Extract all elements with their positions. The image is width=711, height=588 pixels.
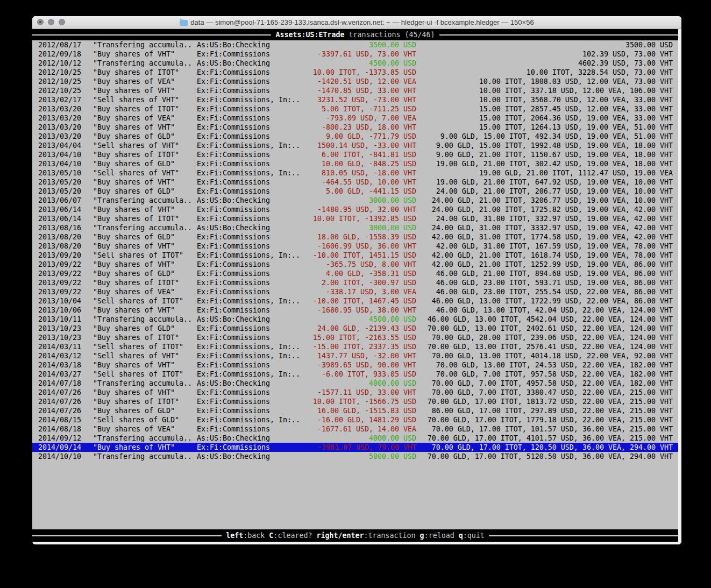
txn-balance: 24.00 GLD, 31.00 ITOT, 3332.97 USD, 19.0…: [416, 223, 678, 232]
table-row[interactable]: 2013/10/23 "Buy shares of ITOT" Ex:Fi:Co…: [32, 333, 678, 342]
table-row[interactable]: 2013/05/20 "Buy shares of VHT" Ex:Fi:Com…: [32, 178, 678, 187]
txn-change: -15.00 ITOT, 2337.35 USD: [304, 342, 416, 351]
footer-rule-right: [489, 535, 678, 536]
txn-date: 2014/07/18: [38, 379, 81, 388]
table-row[interactable]: 2013/09/22 "Buy shares of ITOT" Ex:Fi:Co…: [32, 278, 678, 287]
txn-change: 4500.00 USD: [304, 59, 416, 68]
scrollbar[interactable]: [678, 29, 681, 544]
table-row[interactable]: 2013/06/07 "Transfering accumula.. As:US…: [32, 196, 678, 205]
table-row[interactable]: 2012/10/25 "Buy shares of VEA" Ex:Fi:Com…: [32, 77, 678, 86]
txn-date: 2013/08/20: [38, 242, 81, 251]
txn-balance: 15.00 ITOT, 2064.36 USD, 19.00 VEA, 33.0…: [416, 114, 678, 123]
table-row[interactable]: 2014/07/26 "Buy shares of GLD" Ex:Fi:Com…: [32, 406, 678, 415]
table-row[interactable]: 2013/04/10 "Buy shares of ITOT" Ex:Fi:Co…: [32, 150, 678, 159]
txn-balance: 46.00 GLD, 23.00 ITOT, 255.54 USD, 22.00…: [416, 287, 678, 296]
table-row[interactable]: 2012/08/17 "Transfering accumula.. As:US…: [32, 40, 678, 49]
txn-date: 2013/05/10: [38, 168, 81, 178]
txn-description: "Buy shares of ITOT": [93, 333, 197, 342]
table-row[interactable]: 2013/06/14 "Buy shares of VHT" Ex:Fi:Com…: [32, 205, 678, 214]
txn-change: -1677.61 USD, 14.00 VEA: [304, 424, 416, 434]
minimize-button[interactable]: [48, 19, 54, 25]
txn-other-accounts: Ex:Fi:Commissions: [197, 178, 304, 187]
table-row[interactable]: 2013/10/11 "Transfering accumula.. As:US…: [32, 315, 678, 324]
txn-date: 2013/06/14: [38, 214, 81, 223]
txn-other-accounts: Ex:Fi:Commissions: [197, 159, 304, 168]
table-row[interactable]: 2012/10/25 "Buy shares of VHT" Ex:Fi:Com…: [32, 86, 678, 95]
txn-description: "Sell shares of VHT": [93, 351, 197, 360]
txn-balance: 4602.39 USD, 73.00 VHT: [416, 59, 678, 68]
table-row[interactable]: 2013/09/22 "Buy shares of VHT" Ex:Fi:Com…: [32, 260, 678, 269]
table-row[interactable]: 2013/10/23 "Buy shares of GLD" Ex:Fi:Com…: [32, 324, 678, 333]
table-row[interactable]: 2014/07/26 "Buy shares of VHT" Ex:Fi:Com…: [32, 388, 678, 397]
table-row[interactable]: 2013/10/06 "Buy shares of VHT" Ex:Fi:Com…: [32, 306, 678, 315]
txn-other-accounts: Ex:Fi:Commissions: [197, 232, 304, 242]
table-row[interactable]: 2014/09/14 "Buy shares of VHT" Ex:Fi:Com…: [32, 443, 678, 452]
transactions-list: 2012/08/17 "Transfering accumula.. As:US…: [32, 40, 678, 529]
txn-other-accounts: Ex:Fi:Commissions: [197, 406, 304, 415]
txn-date: 2013/04/04: [38, 141, 81, 150]
table-row[interactable]: 2013/03/20 "Buy shares of VEA" Ex:Fi:Com…: [32, 114, 678, 123]
table-row[interactable]: 2014/08/18 "Buy shares of VEA" Ex:Fi:Com…: [32, 424, 678, 434]
table-row[interactable]: 2013/04/04 "Sell shares of VHT" Ex:Fi:Co…: [32, 141, 678, 150]
table-row[interactable]: 2014/03/12 "Sell shares of VHT" Ex:Fi:Co…: [32, 351, 678, 360]
table-row[interactable]: 2013/08/16 "Transfering accumula.. As:US…: [32, 223, 678, 232]
txn-balance: 19.00 GLD, 21.00 ITOT, 302.42 USD, 19.00…: [416, 159, 678, 168]
table-row[interactable]: 2013/04/10 "Buy shares of GLD" Ex:Fi:Com…: [32, 159, 678, 168]
txn-date: 2012/09/18: [38, 49, 81, 59]
table-row[interactable]: 2014/09/12 "Transfering accumula.. As:US…: [32, 434, 678, 443]
table-row[interactable]: 2014/07/18 "Transfering accumula.. As:US…: [32, 379, 678, 388]
txn-other-accounts: As:US:Bo:Checking: [197, 434, 304, 443]
txn-date: 2013/09/22: [38, 269, 81, 278]
txn-date: 2012/08/17: [38, 40, 81, 49]
table-row[interactable]: 2013/10/04 "Sell shares of ITOT" Ex:Fi:C…: [32, 296, 678, 306]
table-row[interactable]: 2013/09/22 "Buy shares of GLD" Ex:Fi:Com…: [32, 269, 678, 278]
table-row[interactable]: 2013/06/14 "Buy shares of ITOT" Ex:Fi:Co…: [32, 214, 678, 223]
txn-description: "Buy shares of ITOT": [93, 104, 197, 114]
txn-change: 5000.00 USD: [304, 452, 416, 461]
table-row[interactable]: 2014/10/10 "Transfering accumula.. As:US…: [32, 452, 678, 461]
table-row[interactable]: 2012/09/18 "Buy shares of VHT" Ex:Fi:Com…: [32, 49, 678, 59]
table-row[interactable]: 2013/09/22 "Buy shares of VEA" Ex:Fi:Com…: [32, 287, 678, 296]
txn-other-accounts: Ex:Fi:Commissions: [197, 424, 304, 434]
close-button[interactable]: [37, 19, 44, 25]
txn-date: 2013/10/23: [38, 333, 81, 342]
window-title-text: data — simon@pool-71-165-239-133.lsanca.…: [190, 18, 534, 26]
table-row[interactable]: 2013/09/20 "Sell shares of ITOT" Ex:Fi:C…: [32, 251, 678, 260]
table-row[interactable]: 2013/05/20 "Buy shares of GLD" Ex:Fi:Com…: [32, 187, 678, 196]
table-row[interactable]: 2014/03/18 "Buy shares of VHT" Ex:Fi:Com…: [32, 360, 678, 370]
txn-date: 2013/04/10: [38, 150, 81, 159]
txn-balance: 19.00 GLD, 21.00 ITOT, 1112.47 USD, 19.0…: [416, 168, 678, 178]
table-row[interactable]: 2013/03/20 "Buy shares of GLD" Ex:Fi:Com…: [32, 132, 678, 141]
txn-description: "Buy shares of VHT": [93, 123, 197, 132]
table-row[interactable]: 2014/03/11 "Sell shares of ITOT" Ex:Fi:C…: [32, 342, 678, 351]
txn-balance: 86.00 GLD, 17.00 ITOT, 297.89 USD, 22.00…: [416, 406, 678, 415]
table-row[interactable]: 2012/10/12 "Transfering accumula.. As:US…: [32, 59, 678, 68]
hledger-ui-screen: Assets:US:ETrade transactions (45/46) 20…: [32, 29, 678, 542]
txn-change: 2.00 ITOT, -300.97 USD: [304, 278, 416, 287]
table-row[interactable]: 2013/03/20 "Buy shares of ITOT" Ex:Fi:Co…: [32, 104, 678, 114]
table-row[interactable]: 2013/08/20 "Buy shares of GLD" Ex:Fi:Com…: [32, 232, 678, 242]
txn-change: 4500.00 USD: [304, 315, 416, 324]
table-row[interactable]: 2014/07/26 "Buy shares of ITOT" Ex:Fi:Co…: [32, 397, 678, 406]
table-row[interactable]: 2014/08/15 "Sell shares of GLD" Ex:Fi:Co…: [32, 415, 678, 424]
zoom-button[interactable]: [59, 19, 65, 25]
table-row[interactable]: 2013/02/17 "Sell shares of VHT" Ex:Fi:Co…: [32, 95, 678, 104]
txn-balance: 46.00 GLD, 21.00 ITOT, 894.68 USD, 19.00…: [416, 269, 678, 278]
txn-date: 2013/05/20: [38, 178, 81, 187]
window-titlebar[interactable]: data — simon@pool-71-165-239-133.lsanca.…: [32, 16, 681, 29]
table-row[interactable]: 2013/03/20 "Buy shares of VHT" Ex:Fi:Com…: [32, 123, 678, 132]
table-row[interactable]: 2012/10/25 "Buy shares of ITOT" Ex:Fi:Co…: [32, 68, 678, 77]
txn-change: 16.00 GLD, -1515.83 USD: [304, 406, 416, 415]
txn-description: "Buy shares of VHT": [93, 260, 197, 269]
table-row[interactable]: 2014/03/27 "Sell shares of ITOT" Ex:Fi:C…: [32, 370, 678, 379]
txn-change: -800.23 USD, 18.00 VHT: [304, 123, 416, 132]
table-row[interactable]: 2013/05/10 "Sell shares of VHT" Ex:Fi:Co…: [32, 168, 678, 178]
txn-balance: 19.00 GLD, 21.00 ITOT, 647.92 USD, 19.00…: [416, 178, 678, 187]
txn-change: 4.00 GLD, -358.31 USD: [304, 269, 416, 278]
txn-date: 2014/08/18: [38, 424, 81, 434]
txn-balance: 24.00 GLD, 21.00 ITOT, 1725.82 USD, 19.0…: [416, 205, 678, 214]
txn-date: 2014/03/11: [38, 342, 81, 351]
table-row[interactable]: 2013/08/20 "Buy shares of VHT" Ex:Fi:Com…: [32, 242, 678, 251]
txn-balance: 46.00 GLD, 13.00 ITOT, 4542.04 USD, 22.0…: [416, 315, 678, 324]
txn-date: 2013/04/10: [38, 159, 81, 168]
